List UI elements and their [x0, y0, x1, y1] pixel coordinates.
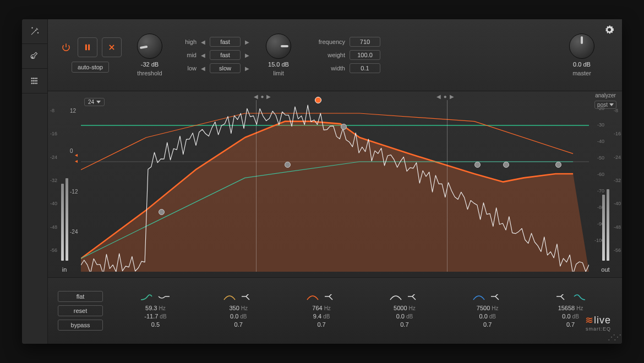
speed-mid-value[interactable]: fast — [210, 50, 241, 60]
speed-low-value[interactable]: slow — [210, 63, 241, 73]
svg-point-5 — [31, 80, 32, 81]
band-5[interactable]: 7500Hz0.0dB0.7 — [472, 294, 503, 328]
svg-point-1 — [31, 78, 32, 79]
guitar-tool[interactable] — [22, 44, 47, 69]
band-handle[interactable] — [474, 162, 481, 168]
limit-value: 15.0 dB — [268, 61, 289, 68]
reset-button[interactable]: reset — [58, 305, 103, 316]
band-4[interactable]: 5000Hz0.0dB0.7 — [389, 294, 420, 328]
eq-grid-tool[interactable] — [22, 69, 47, 94]
main-panel: auto-stop -32 dB threshold high ◀ fast ▶… — [48, 19, 622, 344]
band-shape-icon — [389, 294, 402, 301]
flat-button[interactable]: flat — [58, 291, 103, 302]
power-button[interactable] — [59, 40, 73, 54]
band-6[interactable]: 15658Hz0.0dB0.7 — [555, 294, 586, 328]
brand-logo: ≋live smart:EQ — [585, 314, 611, 332]
input-meter: -8-16-24-32-40-48-56 in ◂◂ — [48, 91, 81, 277]
band-1[interactable]: 59.3Hz-11.7dB0.5 — [140, 294, 171, 328]
svg-point-0 — [32, 57, 33, 58]
band-2[interactable]: 350Hz0.0dB0.7 — [223, 294, 254, 328]
band-db: 0.0dB — [479, 313, 496, 320]
power-icon — [61, 42, 71, 52]
graph-nav-dots-right[interactable]: ◀ ● ▶ — [436, 94, 455, 100]
auto-stop-button[interactable]: auto-stop — [72, 62, 109, 73]
guitar-icon — [30, 51, 40, 61]
svg-rect-13 — [85, 45, 87, 51]
close-icon — [108, 43, 116, 51]
band-split-icon — [490, 294, 503, 301]
master-knob[interactable] — [569, 34, 594, 59]
speed-low-prev[interactable]: ◀ — [200, 65, 206, 72]
band-q: 0.7 — [483, 321, 492, 328]
action-buttons: flat reset bypass — [58, 291, 103, 331]
eq-graph[interactable]: 24 analyzer post ◀ ● ▶ ◀ ● ▶ 50100200500… — [81, 100, 589, 272]
speed-high-value[interactable]: fast — [210, 37, 241, 47]
band-split-icon — [157, 294, 171, 301]
band-db: 0.0dB — [562, 313, 579, 320]
wand-tool[interactable] — [22, 19, 47, 44]
pause-icon — [84, 43, 91, 51]
bypass-button[interactable]: bypass — [58, 320, 103, 331]
brand-text: live — [594, 315, 611, 326]
speed-high-label: high — [178, 38, 197, 45]
frequency-label: frequency — [307, 38, 345, 45]
wand-icon — [30, 26, 40, 36]
band-hz: 764Hz — [312, 305, 331, 311]
limit-knob[interactable] — [266, 34, 291, 59]
band-handle[interactable] — [341, 124, 347, 130]
width-value[interactable]: 0.1 — [350, 63, 380, 73]
cursor-bar-2[interactable] — [447, 100, 447, 272]
band-list: 59.3Hz-11.7dB0.5350Hz0.0dB0.7764Hz9.4dB0… — [114, 294, 612, 328]
svg-point-9 — [31, 83, 32, 84]
band-shape-icon — [306, 294, 319, 301]
master-block: 0.0 dB master — [569, 34, 594, 76]
gear-icon — [604, 25, 614, 35]
threshold-label: threshold — [137, 70, 162, 76]
active-band-handle[interactable] — [315, 97, 321, 103]
cursor-bar-1[interactable] — [256, 100, 256, 272]
graph-svg — [81, 100, 589, 272]
input-meter-label: in — [62, 266, 67, 273]
band-shape-icon — [472, 294, 485, 301]
band-split-icon — [241, 294, 254, 301]
master-value: 0.0 dB — [573, 61, 591, 68]
band-3[interactable]: 764Hz9.4dB0.7 — [306, 294, 337, 328]
plugin-window: auto-stop -32 dB threshold high ◀ fast ▶… — [22, 19, 622, 344]
band-q: 0.7 — [400, 321, 408, 328]
speed-low-next[interactable]: ▶ — [244, 65, 250, 72]
band-shape-icon — [223, 294, 236, 301]
output-meter-bars[interactable] — [602, 173, 609, 261]
in-peak-marker: ◂◂ — [75, 152, 78, 164]
band-db: 9.4dB — [313, 313, 330, 320]
weight-label: weight — [307, 52, 345, 58]
band-handle[interactable] — [159, 209, 165, 215]
svg-point-6 — [33, 80, 34, 81]
threshold-value: -32 dB — [141, 61, 159, 68]
settings-button[interactable] — [604, 25, 614, 36]
speed-mid-prev[interactable]: ◀ — [200, 52, 206, 58]
top-bar: auto-stop -32 dB threshold high ◀ fast ▶… — [48, 19, 622, 91]
limit-block: 15.0 dB limit — [266, 34, 291, 76]
band-shape-icon — [140, 294, 153, 301]
graph-nav-dots-left[interactable]: ◀ ● ▶ — [254, 94, 272, 100]
weight-value[interactable]: 100.0 — [350, 50, 380, 60]
output-meter: -8-16-24-32-40-48-56 out — [589, 91, 622, 277]
svg-point-2 — [33, 78, 34, 79]
band-q: 0.5 — [151, 321, 160, 328]
band-hz: 5000Hz — [394, 305, 416, 311]
speed-high-next[interactable]: ▶ — [244, 39, 250, 45]
svg-point-4 — [36, 78, 37, 79]
master-label: master — [572, 70, 591, 76]
stop-button[interactable] — [102, 37, 122, 57]
speed-mid-next[interactable]: ▶ — [244, 52, 250, 58]
speed-high-prev[interactable]: ◀ — [200, 39, 206, 45]
transport-block: auto-stop — [59, 37, 122, 73]
svg-point-11 — [35, 83, 36, 84]
input-meter-bars[interactable] — [61, 173, 68, 261]
resize-grip[interactable]: ⋰⋰ — [608, 333, 620, 342]
threshold-knob[interactable] — [137, 34, 162, 59]
speed-mid-label: mid — [178, 52, 197, 58]
frequency-value[interactable]: 710 — [350, 37, 380, 47]
pause-button[interactable] — [78, 37, 97, 57]
svg-point-7 — [35, 80, 36, 81]
